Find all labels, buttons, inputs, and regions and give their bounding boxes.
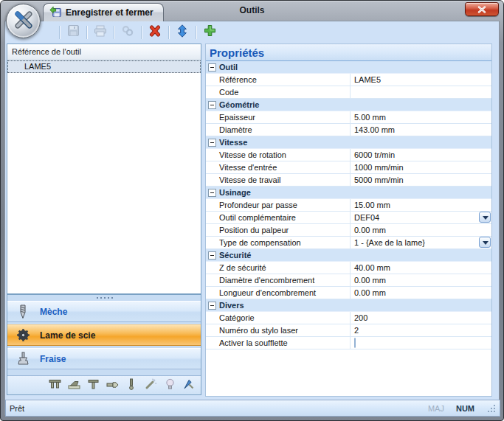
property-value[interactable]: 40.00 mm	[351, 262, 491, 274]
toolbar-separator	[141, 26, 142, 39]
property-value[interactable]: 15.00 mm	[351, 199, 491, 211]
property-value[interactable]: 5000 mm/min	[351, 174, 491, 186]
pointer-button[interactable]	[182, 379, 196, 392]
property-row: Catégorie200	[206, 312, 491, 324]
nav-item-m-che[interactable]: Mèche	[7, 301, 201, 322]
property-value[interactable]: 1000 mm/min	[351, 161, 491, 173]
property-value[interactable]: 1 - {Axe de la lame}	[351, 237, 491, 248]
vertical-drill-button[interactable]	[125, 379, 138, 392]
toolbar-separator	[196, 26, 196, 39]
property-label: Diamètre d'encombrement	[206, 274, 351, 286]
nav-item-fraise[interactable]: Fraise	[7, 348, 201, 369]
property-row: Profondeur par passe15.00 mm	[206, 199, 491, 212]
resize-grip[interactable]	[486, 403, 496, 413]
property-value[interactable]: 200	[351, 312, 491, 324]
property-row: Vitesse de rotation6000 tr/min	[206, 149, 491, 161]
nav-item-label: Lame de scie	[40, 330, 95, 341]
property-value-text: 15.00 mm	[354, 201, 390, 209]
property-value[interactable]: 2	[351, 324, 491, 336]
dropdown-arrow-icon[interactable]	[479, 212, 491, 223]
horizontal-drill-icon	[106, 379, 119, 392]
nav-splitter[interactable]	[7, 295, 201, 301]
property-group-row: Usinage	[206, 187, 491, 199]
property-row: Numéro du stylo laser2	[206, 324, 491, 337]
property-value-text: 2	[354, 326, 359, 335]
tools-menu-button[interactable]	[6, 4, 41, 38]
window-title: Outils	[239, 5, 264, 15]
property-label: Vitesse de travail	[206, 174, 351, 186]
property-value[interactable]: 5.00 mm	[351, 111, 491, 123]
property-value[interactable]: LAME5	[351, 74, 491, 86]
property-value-text: 5.00 mm	[354, 113, 386, 122]
machine-button[interactable]	[48, 379, 61, 392]
property-group-row: Divers	[206, 299, 491, 312]
property-row: RéférenceLAME5	[206, 74, 491, 86]
clamp-button[interactable]	[86, 379, 100, 392]
collapse-toggle-icon[interactable]	[208, 63, 216, 72]
property-label: Z de sécurité	[206, 262, 351, 274]
move-button[interactable]	[174, 24, 190, 41]
checkbox[interactable]	[354, 338, 356, 348]
property-label: Numéro du stylo laser	[206, 324, 351, 336]
property-label: Code	[206, 86, 351, 98]
property-value[interactable]: DEF04	[351, 212, 491, 223]
property-label: Position du palpeur	[206, 224, 351, 236]
delete-button[interactable]	[147, 24, 163, 41]
property-value-text: 200	[354, 313, 367, 322]
plane-button[interactable]	[67, 379, 80, 392]
property-label: Type de compensation	[206, 237, 351, 248]
property-value[interactable]: 0.00 mm	[351, 287, 491, 299]
toolbar-separator	[114, 26, 114, 39]
property-value[interactable]: 0.00 mm	[351, 274, 491, 286]
property-label: Profondeur par passe	[206, 199, 351, 211]
collapse-toggle-icon[interactable]	[208, 139, 216, 147]
tools-icon	[13, 9, 35, 34]
property-group-row: Vitesse	[206, 136, 491, 149]
tool-list: LAME5	[7, 60, 201, 73]
nav-item-label: Fraise	[40, 354, 66, 364]
saw-blade-icon	[15, 328, 30, 342]
save-button	[65, 24, 81, 41]
close-icon	[477, 3, 486, 16]
property-value-text: 6000 tr/min	[354, 150, 395, 159]
property-grid: OutilRéférenceLAME5CodeGéométrieEpaisseu…	[206, 61, 491, 349]
property-row: Position du palpeur0.00 mm	[206, 224, 491, 237]
property-row: Code	[206, 86, 491, 99]
property-label: Diamètre	[206, 124, 351, 136]
nav-toolbar	[7, 375, 201, 394]
nav-item-lame-de-scie[interactable]: Lame de scie	[7, 324, 201, 346]
spray-button[interactable]	[144, 379, 157, 392]
property-value[interactable]: 6000 tr/min	[351, 149, 491, 161]
collapse-toggle-icon[interactable]	[208, 251, 216, 260]
add-button[interactable]	[201, 24, 218, 41]
property-row: Diamètre143.00 mm	[206, 124, 491, 136]
property-row: Longueur d'encombrement0.00 mm	[206, 287, 491, 299]
property-value[interactable]: 143.00 mm	[351, 124, 491, 136]
collapse-toggle-icon[interactable]	[208, 302, 216, 310]
property-row: Diamètre d'encombrement0.00 mm	[206, 274, 491, 287]
bulb-button[interactable]	[163, 379, 176, 392]
property-label: Catégorie	[206, 312, 351, 324]
horizontal-drill-button[interactable]	[106, 379, 119, 392]
dropdown-arrow-icon[interactable]	[479, 237, 491, 248]
collapse-toggle-icon[interactable]	[208, 101, 216, 109]
property-value[interactable]: 0.00 mm	[351, 224, 491, 236]
property-value[interactable]	[351, 86, 491, 98]
close-button[interactable]	[465, 2, 499, 16]
property-value-text: 0.00 mm	[354, 276, 386, 285]
property-group-row: Sécurité	[206, 249, 491, 262]
status-message: Prêt	[10, 404, 428, 413]
window: Outils Enregistrer et fermer Référence d…	[0, 0, 504, 421]
property-value[interactable]	[351, 337, 491, 349]
print-button	[92, 24, 108, 41]
status-indicator-num: NUM	[456, 404, 474, 413]
collapse-toggle-icon[interactable]	[208, 189, 216, 197]
tool-list-item[interactable]: LAME5	[7, 60, 201, 73]
toolbar-separator	[59, 26, 60, 39]
property-value-text: 5000 mm/min	[354, 175, 404, 184]
property-row: Activer la soufflette	[206, 337, 491, 349]
property-row: Outil complémentaireDEF04	[206, 212, 491, 224]
save-and-close-button[interactable]: Enregistrer et fermer	[43, 3, 164, 21]
category-nav: MècheLame de scieFraise	[7, 294, 201, 395]
property-label: Vitesse d'entrée	[206, 161, 351, 173]
